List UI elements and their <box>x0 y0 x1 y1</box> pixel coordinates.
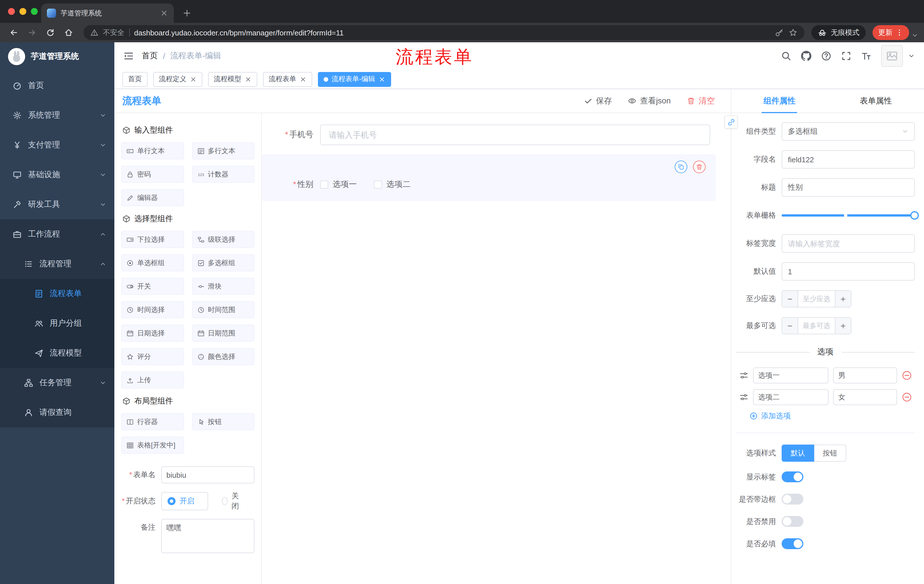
close-icon[interactable] <box>378 76 385 82</box>
palette-item-row-container[interactable]: 行容器 <box>121 413 184 430</box>
search-icon[interactable] <box>781 51 791 61</box>
component-type-select[interactable]: 多选框组 <box>782 122 915 141</box>
sidebar-item-process-model[interactable]: 流程模型 <box>0 338 114 368</box>
palette-item-date-range[interactable]: 日期范围 <box>192 324 254 342</box>
show-label-toggle[interactable] <box>782 471 804 482</box>
clear-button[interactable]: 清空 <box>687 96 715 106</box>
palette-item-color-picker[interactable]: 颜色选择 <box>192 348 254 365</box>
browser-tab[interactable]: 芋道管理系统 <box>41 3 174 23</box>
palette-item-password[interactable]: 密码 <box>121 166 184 183</box>
selected-widget-gender[interactable]: *性别 选项一 选项二 <box>262 154 716 201</box>
phone-input[interactable] <box>320 125 710 145</box>
tag-process-form-edit[interactable]: 流程表单-编辑 <box>318 72 391 87</box>
sidebar-item-payment[interactable]: 支付管理 <box>0 130 114 160</box>
palette-item-radio-group[interactable]: 单选框组 <box>121 254 184 271</box>
avatar-caret-icon[interactable] <box>908 53 915 59</box>
default-value-input[interactable] <box>782 262 915 281</box>
title-input[interactable] <box>782 178 915 197</box>
close-icon[interactable] <box>300 76 307 82</box>
style-button-button[interactable]: 按钮 <box>814 444 846 462</box>
required-toggle[interactable] <box>782 538 804 549</box>
home-button[interactable] <box>61 25 77 41</box>
palette-item-rate[interactable]: 评分 <box>121 348 184 365</box>
avatar[interactable] <box>881 45 903 67</box>
sidebar-item-leave-query[interactable]: 请假查询 <box>0 398 114 428</box>
palette-item-slider[interactable]: 滑块 <box>192 278 254 295</box>
drag-handle-icon[interactable] <box>739 371 749 380</box>
style-default-button[interactable]: 默认 <box>782 444 814 462</box>
sidebar-item-system[interactable]: 系统管理 <box>0 100 114 130</box>
label-width-input[interactable] <box>782 234 915 253</box>
drag-handle-icon[interactable] <box>739 393 749 402</box>
sidebar-item-task-management[interactable]: 任务管理 <box>0 368 114 398</box>
sidebar-item-infrastructure[interactable]: 基础设施 <box>0 160 114 190</box>
palette-item-time-range[interactable]: 时间范围 <box>192 301 254 318</box>
tab-form-props[interactable]: 表单属性 <box>828 89 924 113</box>
form-name-input[interactable] <box>161 466 254 484</box>
tag-home[interactable]: 首页 <box>122 72 147 87</box>
hamburger-fold-icon[interactable] <box>124 51 134 61</box>
sidebar-item-workflow[interactable]: 工作流程 <box>0 219 114 249</box>
github-icon[interactable] <box>801 51 811 61</box>
palette-item-table[interactable]: 表格[开发中] <box>121 437 184 454</box>
slider-handle[interactable] <box>910 211 919 220</box>
palette-item-counter[interactable]: 计数器 <box>192 166 254 183</box>
help-icon[interactable] <box>821 51 832 61</box>
sidebar-item-home[interactable]: 首页 <box>0 71 114 100</box>
remove-option-icon[interactable] <box>902 392 912 402</box>
tab-component-props[interactable]: 组件属性 <box>731 89 828 113</box>
tag-process-model[interactable]: 流程模型 <box>208 72 257 87</box>
forward-button[interactable] <box>24 25 40 41</box>
close-icon[interactable] <box>245 76 252 82</box>
palette-item-switch[interactable]: 开关 <box>121 278 184 295</box>
status-off-radio[interactable]: 关闭 <box>222 491 241 512</box>
palette-item-cascader[interactable]: 级联选择 <box>192 231 254 248</box>
tag-process-form[interactable]: 流程表单 <box>263 72 312 87</box>
view-json-button[interactable]: 查看json <box>628 96 671 106</box>
min-select-value[interactable]: 至少应选 <box>798 291 835 307</box>
minimize-window-button[interactable] <box>20 8 26 15</box>
palette-item-button[interactable]: 按钮 <box>192 413 254 430</box>
palette-item-upload[interactable]: 上传 <box>121 372 184 388</box>
form-remark-textarea[interactable]: 嘿嘿 <box>161 519 254 553</box>
grid-span-slider[interactable] <box>782 206 915 225</box>
max-select-value[interactable]: 最多可选 <box>798 318 835 334</box>
option-value-input[interactable] <box>833 367 897 383</box>
back-button[interactable] <box>6 25 22 41</box>
option-label-input[interactable] <box>753 367 828 383</box>
close-icon[interactable] <box>190 76 197 82</box>
tab-close-icon[interactable] <box>160 9 168 17</box>
status-on-radio[interactable]: 开启 <box>161 492 208 510</box>
palette-item-dropdown[interactable]: 下拉选择 <box>121 231 184 248</box>
decrease-button[interactable] <box>782 318 798 334</box>
fullscreen-icon[interactable] <box>841 51 851 61</box>
password-key-icon[interactable] <box>775 28 784 37</box>
sidebar-item-process-management[interactable]: 流程管理 <box>0 249 114 279</box>
sidebar-item-user-group[interactable]: 用户分组 <box>0 309 114 338</box>
option-one-checkbox[interactable]: 选项一 <box>320 179 357 190</box>
palette-item-editor[interactable]: 编辑器 <box>121 189 184 206</box>
app-logo-row[interactable]: 芋道管理系统 <box>0 42 114 71</box>
browser-overflow-caret-icon[interactable] <box>911 32 918 39</box>
palette-item-multi-text[interactable]: 多行文本 <box>192 142 254 160</box>
delete-widget-button[interactable] <box>693 161 706 173</box>
tag-process-definition[interactable]: 流程定义 <box>153 72 202 87</box>
url-input[interactable]: 不安全 dashboard.yudao.iocoder.cn/bpm/manag… <box>84 25 805 40</box>
form-canvas[interactable]: *手机号 *性别 <box>262 113 731 584</box>
reload-button[interactable] <box>42 25 58 41</box>
new-tab-button[interactable] <box>180 6 195 21</box>
option-label-input[interactable] <box>753 389 828 405</box>
palette-item-date-picker[interactable]: 日期选择 <box>121 324 184 342</box>
browser-update-button[interactable]: 更新 <box>873 25 909 40</box>
link-icon[interactable] <box>724 115 738 128</box>
disabled-toggle[interactable] <box>782 516 804 527</box>
palette-item-checkbox-group[interactable]: 多选框组 <box>192 254 254 271</box>
increase-button[interactable] <box>835 291 851 307</box>
sidebar-item-devtools[interactable]: 研发工具 <box>0 190 114 219</box>
close-window-button[interactable] <box>8 8 15 15</box>
zoom-window-button[interactable] <box>31 8 38 15</box>
remove-option-icon[interactable] <box>902 370 912 380</box>
option-two-checkbox[interactable]: 选项二 <box>374 179 411 190</box>
save-button[interactable]: 保存 <box>584 96 612 106</box>
option-value-input[interactable] <box>833 389 897 405</box>
